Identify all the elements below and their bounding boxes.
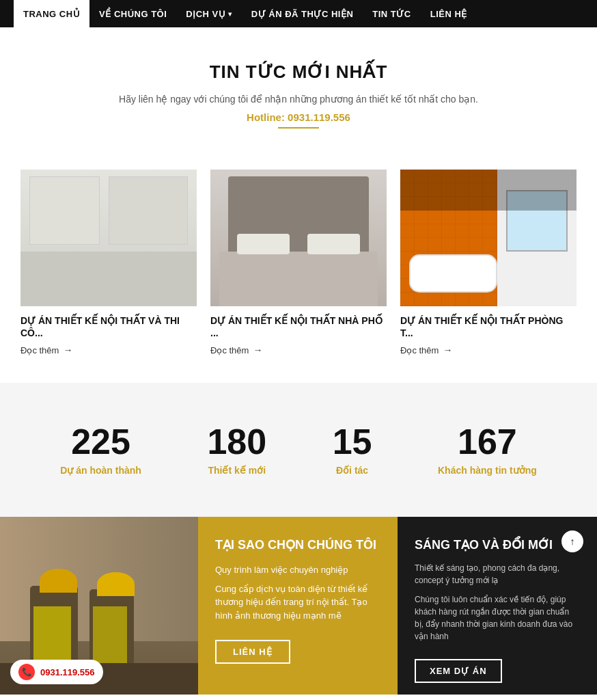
nav-ve-chung-toi[interactable]: VỀ CHÚNG TÔI [89, 0, 176, 27]
bottom-gold-panel: TẠI SAO CHỌN CHÚNG TÔI Quy trình làm việ… [198, 517, 398, 695]
stat-1-number: 225 [60, 424, 141, 459]
arrow-icon-3: → [443, 345, 452, 355]
stat-4: 167 Khách hàng tin tưởng [438, 424, 537, 476]
nav-tin-tuc[interactable]: TIN TỨC [363, 0, 420, 27]
nav-trang-chu[interactable]: TRANG CHỦ [14, 0, 89, 27]
construction-image: 📞 0931.119.556 [0, 517, 198, 695]
card-2-read-more[interactable]: Đọc thêm → [210, 345, 387, 355]
card-1-read-more[interactable]: Đọc thêm → [20, 345, 197, 355]
news-section: TIN TỨC MỚI NHẤT Hãy liên hệ ngay với ch… [0, 27, 597, 170]
hotline-label[interactable]: Hotline: 0931.119.556 [27, 111, 570, 123]
dark-point-1: Thiết kế sáng tạo, phong cách đa dạng, c… [415, 562, 580, 587]
phone-icon: 📞 [18, 664, 35, 680]
hotline-badge[interactable]: 📞 0931.119.556 [10, 660, 103, 684]
stats-section: 225 Dự án hoàn thành 180 Thiết kế mới 15… [0, 383, 597, 517]
card-3-image [400, 170, 577, 306]
stat-3-number: 15 [333, 424, 372, 459]
gold-point-2: Cung cấp dịch vụ toàn diện từ thiết kế t… [215, 582, 380, 623]
dark-panel-title: SÁNG TẠO VÀ ĐỔI MỚI [415, 537, 580, 552]
navigation: TRANG CHỦ VỀ CHÚNG TÔI DỊCH VỤ ▾ DỰ ÁN Đ… [0, 0, 597, 27]
dark-point-2: Chúng tôi luôn chuẩn xác về tiến độ, giú… [415, 593, 580, 643]
hotline-number: 0931.119.556 [40, 667, 95, 677]
stat-4-number: 167 [438, 424, 537, 459]
card-3-read-more[interactable]: Đọc thêm → [400, 345, 577, 355]
stat-3: 15 Đối tác [333, 424, 372, 476]
stat-1-label: Dự án hoàn thành [60, 465, 141, 476]
xem-du-an-button[interactable]: XEM DỰ ÁN [415, 659, 502, 683]
stat-2: 180 Thiết kế mới [207, 424, 266, 476]
bottom-section: 📞 0931.119.556 TẠI SAO CHỌN CHÚNG TÔI Qu… [0, 517, 597, 695]
gold-panel-title: TẠI SAO CHỌN CHÚNG TÔI [215, 537, 380, 552]
stat-4-label: Khách hàng tin tưởng [438, 465, 537, 476]
arrow-icon: → [63, 345, 72, 355]
section-subtitle: Hãy liên hệ ngay với chúng tôi để nhận n… [27, 94, 570, 105]
gold-point-1: Quy trình làm việc chuyên nghiệp [215, 563, 380, 577]
news-card-2[interactable]: DỰ ÁN THIẾT KẾ NỘI THẤT NHÀ PHỐ ... Đọc … [210, 170, 387, 355]
news-card-1[interactable]: DỰ ÁN THIẾT KẾ NỘI THẤT VÀ THI CÔ... Đọc… [20, 170, 197, 355]
arrow-icon-2: → [253, 345, 262, 355]
nav-lien-he[interactable]: LIÊN HỆ [421, 0, 477, 27]
nav-dich-vu[interactable]: DỊCH VỤ ▾ [176, 0, 241, 27]
stat-2-label: Thiết kế mới [207, 465, 266, 476]
scroll-up-button[interactable]: ↑ [561, 530, 583, 552]
lien-he-button[interactable]: LIÊN HỆ [215, 640, 290, 664]
stat-2-number: 180 [207, 424, 266, 459]
card-1-image [20, 170, 197, 306]
section-title: TIN TỨC MỚI NHẤT [27, 62, 570, 83]
news-cards-grid: DỰ ÁN THIẾT KẾ NỘI THẤT VÀ THI CÔ... Đọc… [0, 170, 597, 383]
card-1-title: DỰ ÁN THIẾT KẾ NỘI THẤT VÀ THI CÔ... [20, 314, 197, 339]
news-card-3[interactable]: DỰ ÁN THIẾT KẾ NỘI THẤT PHÒNG T... Đọc t… [400, 170, 577, 355]
hotline-underline [278, 127, 319, 129]
chevron-down-icon: ▾ [228, 10, 232, 18]
bottom-dark-panel: ↑ SÁNG TẠO VÀ ĐỔI MỚI Thiết kế sáng tạo,… [398, 517, 597, 695]
card-2-image [210, 170, 387, 306]
card-2-title: DỰ ÁN THIẾT KẾ NỘI THẤT NHÀ PHỐ ... [210, 314, 387, 339]
card-3-title: DỰ ÁN THIẾT KẾ NỘI THẤT PHÒNG T... [400, 314, 577, 339]
stat-1: 225 Dự án hoàn thành [60, 424, 141, 476]
nav-du-an[interactable]: DỰ ÁN ĐÃ THỰC HIỆN [242, 0, 363, 27]
stat-3-label: Đối tác [333, 465, 372, 476]
